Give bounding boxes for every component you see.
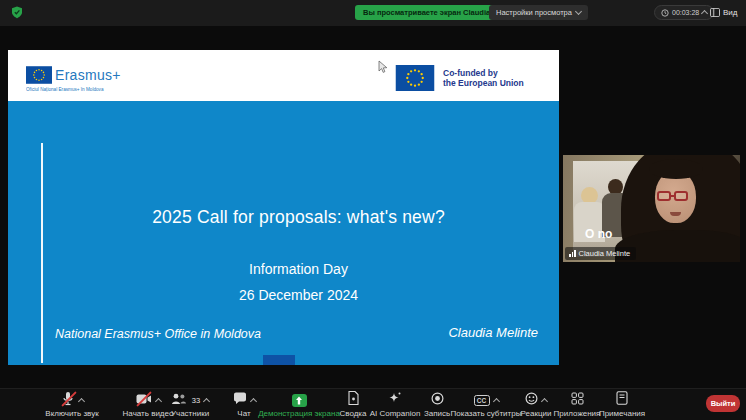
view-button[interactable]: Вид	[710, 5, 737, 20]
chevron-up-icon	[701, 10, 708, 17]
reactions-smiley-icon	[525, 391, 538, 409]
camera-off-icon	[136, 391, 152, 409]
signal-bars-icon	[569, 250, 576, 257]
cofunded-line1: Co-funded by	[443, 68, 524, 79]
microphone-muted-icon	[61, 391, 75, 410]
participants-count-badge: 33	[192, 396, 200, 405]
chevron-up-icon[interactable]	[203, 397, 210, 404]
chat-bubble-icon	[233, 391, 247, 409]
record-label: Запись	[424, 409, 450, 418]
erasmus-logo-text: Erasmus+	[55, 67, 121, 83]
slide-header: Erasmus+ Oficiul Național Erasmus+ în Mo…	[8, 50, 559, 101]
chevron-up-icon[interactable]	[492, 397, 499, 404]
grid-view-icon	[710, 8, 720, 17]
meeting-top-bar: Вы просматриваете экран Claudia Melinte …	[0, 0, 746, 26]
participants-icon	[171, 391, 187, 409]
chat-label: Чат	[237, 409, 250, 418]
apps-grid-icon	[571, 391, 584, 409]
participants-button[interactable]: 33 Участники	[154, 392, 226, 418]
ai-sparkle-icon	[388, 391, 402, 409]
slide-body: 2025 Call for proposals: what's new? Inf…	[8, 101, 559, 365]
participant-name-chip: Claudia Melinte	[565, 247, 636, 260]
cursor-icon	[378, 60, 388, 74]
leave-button[interactable]: Выйти	[706, 395, 740, 412]
ai-companion-button[interactable]: AI Companion	[366, 392, 424, 418]
slide-footer-office: National Erasmus+ Office in Moldova	[55, 327, 261, 341]
reactions-label: Реакции	[521, 409, 552, 418]
cofunded-logo: Co-funded by the European Union	[395, 65, 524, 91]
participant-video-tile[interactable]: O no Claudia Melinte	[563, 155, 740, 262]
shield-check-icon	[11, 6, 23, 19]
shared-screen-slide: Erasmus+ Oficiul Național Erasmus+ în Mo…	[8, 50, 559, 365]
closed-captions-icon: CC	[474, 395, 490, 406]
slide-subtitle-date: 26 December 2024	[48, 287, 549, 303]
summary-doc-icon	[347, 391, 359, 409]
poster-text: O no	[585, 227, 612, 241]
chevron-up-icon[interactable]	[541, 397, 548, 404]
ai-companion-label: AI Companion	[370, 409, 421, 418]
meeting-timer[interactable]: 00:03:28	[654, 5, 714, 20]
chevron-down-icon	[575, 8, 582, 15]
view-settings-label: Настройки просмотра	[496, 8, 572, 17]
timer-value: 00:03:28	[672, 9, 699, 16]
share-screen-icon	[292, 394, 307, 407]
share-screen-label: Демонстрация экрана	[258, 409, 340, 418]
glasses	[657, 191, 688, 201]
cofunded-line2: the European Union	[443, 78, 524, 89]
view-settings-button[interactable]: Настройки просмотра	[489, 5, 588, 20]
slide-title: 2025 Call for proposals: what's new?	[48, 207, 549, 228]
participants-label: Участники	[171, 409, 209, 418]
clock-icon	[661, 9, 669, 17]
summary-label: Сводка	[339, 409, 366, 418]
participant-name: Claudia Melinte	[579, 249, 631, 258]
mute-label: Включить звук	[45, 409, 98, 418]
slide-subtitle-event: Information Day	[48, 261, 549, 277]
chevron-up-icon[interactable]	[249, 397, 256, 404]
eu-flag-icon	[395, 65, 435, 91]
view-label: Вид	[723, 8, 737, 17]
participant-hair-fringe	[649, 159, 703, 179]
notes-icon	[616, 391, 628, 409]
share-screen-button[interactable]: Демонстрация экрана	[264, 392, 334, 418]
eu-flag-icon	[26, 66, 52, 84]
record-icon	[431, 391, 444, 409]
slide-vertical-line	[41, 143, 43, 363]
meeting-toolbar: Включить звук Начать видео	[0, 388, 746, 420]
chevron-up-icon[interactable]	[77, 397, 84, 404]
erasmus-logo-subtext: Oficiul Național Erasmus+ în Moldova	[26, 87, 104, 92]
slide-accent-rectangle	[263, 355, 295, 365]
slide-footer-presenter: Claudia Melinte	[448, 325, 538, 340]
notes-label: Примечания	[599, 409, 645, 418]
notes-button[interactable]: Примечания	[594, 392, 650, 418]
